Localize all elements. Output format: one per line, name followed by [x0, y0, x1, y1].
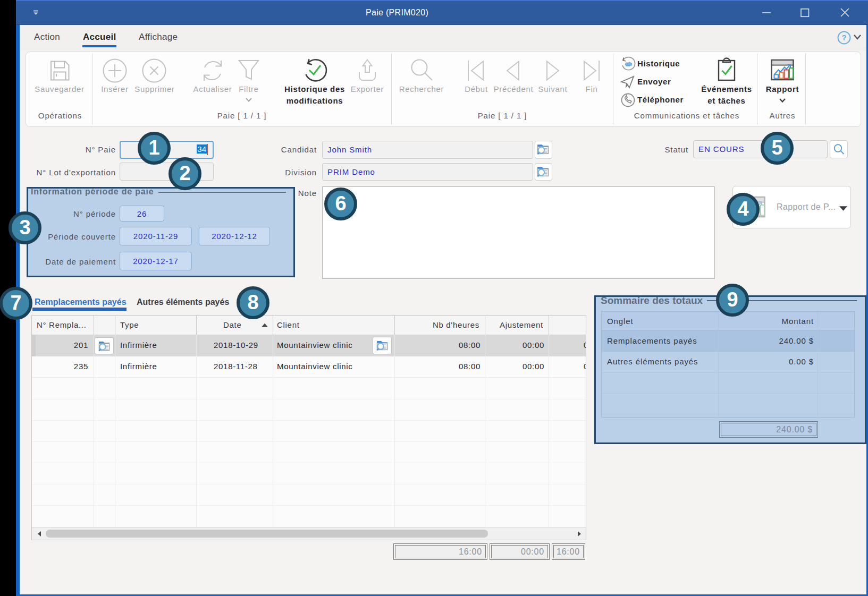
svg-text:?: ? — [841, 33, 846, 42]
